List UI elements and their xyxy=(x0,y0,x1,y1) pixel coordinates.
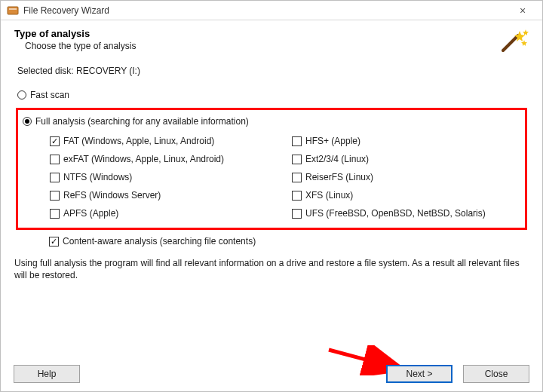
checkbox-label: exFAT (Windows, Apple, Linux, Android) xyxy=(63,154,224,164)
radio-label: Full analysis (searching for any availab… xyxy=(35,116,249,127)
checkbox-hfsplus[interactable]: HFS+ (Apple) xyxy=(292,136,520,146)
selected-disk-label: Selected disk: RECOVERY (I:) xyxy=(17,66,529,76)
radio-full-analysis[interactable]: Full analysis (searching for any availab… xyxy=(23,116,520,127)
checkbox-refs[interactable]: ReFS (Windows Server) xyxy=(50,190,278,201)
wizard-header: Type of analysis Choose the type of anal… xyxy=(1,20,542,60)
radio-label: Fast scan xyxy=(30,90,69,100)
svg-rect-0 xyxy=(8,7,18,14)
checkbox-reiserfs[interactable]: ReiserFS (Linux) xyxy=(292,172,520,182)
checkbox-xfs[interactable]: XFS (Linux) xyxy=(292,190,520,201)
checkbox-label: UFS (FreeBSD, OpenBSD, NetBSD, Solaris) xyxy=(305,208,486,219)
svg-marker-3 xyxy=(514,31,525,41)
svg-marker-4 xyxy=(523,29,529,35)
checkbox-fat[interactable]: FAT (Windows, Apple, Linux, Android) xyxy=(50,136,278,146)
checkbox-icon xyxy=(50,155,60,164)
filesystem-grid: FAT (Windows, Apple, Linux, Android) HFS… xyxy=(50,136,520,219)
checkbox-label: XFS (Linux) xyxy=(305,190,353,201)
checkbox-ufs[interactable]: UFS (FreeBSD, OpenBSD, NetBSD, Solaris) xyxy=(292,208,520,219)
svg-line-2 xyxy=(503,35,518,51)
checkbox-label: NTFS (Windows) xyxy=(63,172,132,182)
info-text: Using full analysis the program will fin… xyxy=(14,257,529,281)
next-button[interactable]: Next > xyxy=(386,365,452,383)
checkbox-icon xyxy=(50,209,60,219)
wizard-wand-icon xyxy=(499,28,529,54)
checkbox-icon xyxy=(292,209,302,219)
checkbox-label: Content-aware analysis (searching file c… xyxy=(63,236,256,247)
checkbox-label: FAT (Windows, Apple, Linux, Android) xyxy=(63,136,214,146)
help-button[interactable]: Help xyxy=(14,365,80,383)
checkbox-icon xyxy=(49,237,59,247)
checkbox-label: ReiserFS (Linux) xyxy=(305,172,373,182)
checkbox-icon xyxy=(292,173,302,182)
checkbox-content-aware[interactable]: Content-aware analysis (searching file c… xyxy=(49,236,529,247)
full-analysis-highlight: Full analysis (searching for any availab… xyxy=(16,108,527,230)
radio-icon xyxy=(17,90,26,100)
checkbox-ntfs[interactable]: NTFS (Windows) xyxy=(50,172,278,182)
checkbox-apfs[interactable]: APFS (Apple) xyxy=(50,208,278,219)
checkbox-icon xyxy=(292,155,302,164)
checkbox-label: HFS+ (Apple) xyxy=(305,136,360,146)
wizard-body: Selected disk: RECOVERY (I:) Fast scan F… xyxy=(1,60,542,247)
header-heading: Type of analysis xyxy=(14,28,499,39)
checkbox-icon xyxy=(50,136,60,146)
checkbox-exfat[interactable]: exFAT (Windows, Apple, Linux, Android) xyxy=(50,154,278,164)
window-title: File Recovery Wizard xyxy=(23,5,508,16)
checkbox-icon xyxy=(292,191,302,201)
titlebar: File Recovery Wizard × xyxy=(1,1,542,20)
button-row: Help Next > Close xyxy=(0,365,543,383)
checkbox-ext[interactable]: Ext2/3/4 (Linux) xyxy=(292,154,520,164)
radio-fast-scan[interactable]: Fast scan xyxy=(17,90,529,100)
close-button[interactable]: Close xyxy=(463,365,529,383)
checkbox-label: Ext2/3/4 (Linux) xyxy=(305,154,369,164)
close-icon[interactable]: × xyxy=(508,1,538,20)
radio-icon xyxy=(23,117,32,126)
checkbox-icon xyxy=(50,191,60,201)
header-subtitle: Choose the type of analysis xyxy=(25,41,499,51)
checkbox-icon xyxy=(292,136,302,146)
svg-rect-1 xyxy=(9,8,17,10)
checkbox-label: APFS (Apple) xyxy=(63,208,118,219)
checkbox-icon xyxy=(50,173,60,182)
app-icon xyxy=(7,5,19,17)
checkbox-label: ReFS (Windows Server) xyxy=(63,190,161,201)
